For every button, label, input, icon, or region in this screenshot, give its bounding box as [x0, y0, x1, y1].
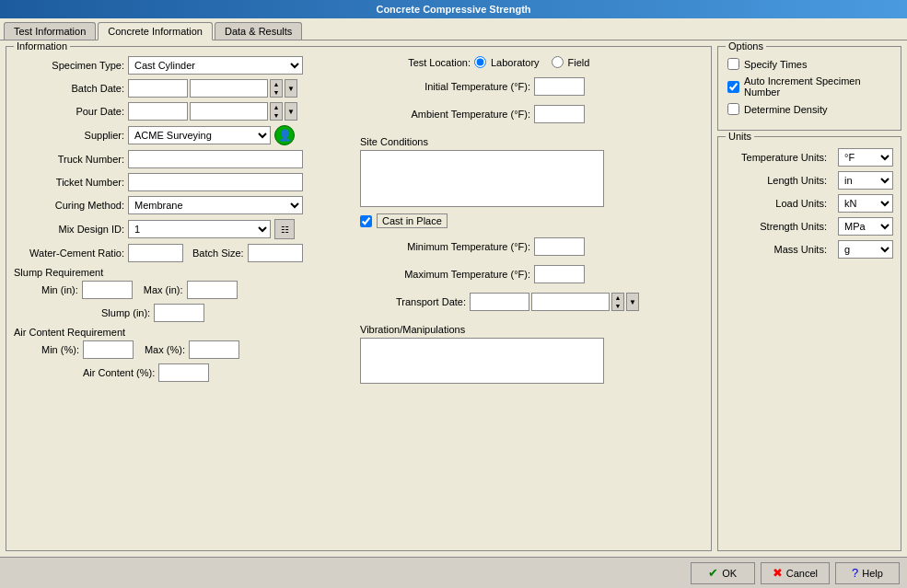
batch-date-spinner[interactable]: ▲ ▼ [270, 79, 283, 98]
pour-date-dropdown[interactable]: ▼ [285, 102, 297, 121]
help-icon: ? [852, 566, 858, 580]
wcr-row: Water-Cement Ratio: 0.31 Batch Size: 1 [14, 244, 355, 262]
wcr-input[interactable]: 0.31 [128, 244, 183, 262]
mix-design-select[interactable]: 1 [128, 220, 271, 238]
curing-method-row: Curing Method: Membrane [14, 196, 355, 214]
auto-increment-row: Auto Increment Specimen Number [727, 75, 891, 98]
strength-units-select[interactable]: MPa psi [838, 217, 893, 236]
batch-date-dropdown[interactable]: ▼ [285, 79, 297, 98]
specimen-type-select[interactable]: Cast Cylinder [128, 56, 303, 75]
length-units-select[interactable]: in mm cm [838, 171, 893, 190]
pour-date-input[interactable]: 3/ 5/2018 [128, 102, 188, 121]
temperature-units-select[interactable]: °F °C [838, 148, 893, 167]
tab-concrete-information[interactable]: Concrete Information [98, 22, 213, 40]
ambient-temp-input[interactable]: 80 [534, 105, 585, 123]
bottom-bar: ✔ OK ✖ Cancel ? Help [0, 557, 907, 588]
air-content-section: Air Content Requirement Min (%): 7.5 Max… [14, 327, 355, 382]
min-temp-label: Minimum Temperature (°F): [360, 241, 530, 252]
pour-time-input[interactable]: 10:11:54 AM [190, 102, 268, 121]
transport-date-input[interactable]: 7/19/2017 [470, 293, 529, 311]
supplier-row: Supplier: ACME Surveying 👤 [14, 125, 355, 145]
batch-date-input[interactable]: 3/ 5/2018 [128, 79, 188, 98]
vibration-textarea[interactable] [360, 338, 604, 384]
transport-date-dropdown[interactable]: ▼ [626, 293, 639, 311]
max-temp-input[interactable]: 0 [534, 265, 585, 283]
air-content-pct-input[interactable]: 0 [158, 363, 209, 382]
temperature-units-label: Temperature Units: [726, 152, 827, 163]
initial-temp-input[interactable]: 80 [534, 77, 585, 96]
air-max-input[interactable]: 8.5 [189, 340, 239, 359]
auto-increment-checkbox[interactable] [727, 81, 739, 93]
pour-date-up[interactable]: ▲ [271, 103, 282, 111]
cast-in-place-row: Cast in Place [360, 213, 704, 228]
field-label: Field [568, 57, 590, 68]
field-radio[interactable] [552, 56, 564, 68]
pour-date-row: Pour Date: 3/ 5/2018 10:11:54 AM ▲ ▼ ▼ [14, 102, 355, 121]
transport-date-label: Transport Date: [360, 296, 466, 307]
load-units-select[interactable]: kN lbf [838, 194, 893, 213]
initial-temp-row: Initial Temperature (°F): 80 [360, 77, 704, 96]
left-form: Specimen Type: Cast Cylinder Batch Date:… [14, 56, 355, 386]
slump-in-input[interactable]: 0 [154, 304, 204, 322]
options-box: Options Specify Times Auto Increment Spe… [717, 46, 901, 131]
laboratory-radio[interactable] [474, 56, 486, 68]
slump-req-label: Slump Requirement [14, 267, 355, 278]
supplier-select[interactable]: ACME Surveying [128, 126, 271, 144]
mass-units-label: Mass Units: [726, 244, 827, 255]
main-content: Information Specimen Type: Cast Cylinder [0, 40, 907, 557]
min-temp-input[interactable]: 0 [534, 237, 585, 256]
load-units-label: Load Units: [726, 198, 827, 209]
air-content-pct-label: Air Content (%): [83, 367, 155, 378]
tab-test-information[interactable]: Test Information [4, 22, 96, 40]
curing-method-label: Curing Method: [14, 200, 124, 211]
slump-max-label: Max (in): [144, 284, 183, 295]
cast-in-place-checkbox[interactable] [360, 215, 372, 227]
slump-max-input[interactable]: 3.74 [187, 281, 238, 299]
ticket-number-input[interactable]: 124 [128, 173, 303, 191]
transport-date-down[interactable]: ▼ [612, 302, 623, 310]
help-button[interactable]: ? Help [835, 562, 900, 584]
site-conditions-textarea[interactable] [360, 150, 604, 207]
mix-design-row: Mix Design ID: 1 ☷ [14, 219, 355, 239]
options-label: Options [726, 40, 766, 52]
mix-design-grid-button[interactable]: ☷ [274, 219, 295, 239]
temperature-units-row: Temperature Units: °F °C [726, 148, 893, 167]
pour-date-spinner[interactable]: ▲ ▼ [270, 102, 283, 121]
supplier-add-button[interactable]: 👤 [274, 125, 295, 145]
batch-size-input[interactable]: 1 [248, 244, 303, 262]
pour-date-down[interactable]: ▼ [271, 111, 282, 120]
transport-time-input[interactable]: 4:56:23 PM [531, 293, 610, 311]
air-min-label: Min (%): [41, 344, 79, 355]
cancel-button[interactable]: ✖ Cancel [761, 562, 830, 584]
batch-time-input[interactable]: 10:11:54 AM [190, 79, 268, 98]
main-left-layout: Specimen Type: Cast Cylinder Batch Date:… [14, 56, 704, 386]
mass-units-row: Mass Units: g kg lb [726, 240, 893, 259]
air-max-label: Max (%): [145, 344, 185, 355]
transport-date-spinner[interactable]: ▲ ▼ [611, 293, 624, 311]
mass-units-select[interactable]: g kg lb [838, 240, 893, 259]
curing-method-select[interactable]: Membrane [128, 196, 303, 214]
length-units-row: Length Units: in mm cm [726, 171, 893, 190]
information-group: Information Specimen Type: Cast Cylinder [6, 46, 712, 551]
pour-date-label: Pour Date: [14, 106, 124, 117]
determine-density-label: Determine Density [744, 104, 827, 115]
specimen-type-label: Specimen Type: [14, 60, 124, 71]
determine-density-row: Determine Density [727, 103, 891, 115]
air-content-pct-row: Air Content (%): 0 [14, 363, 355, 382]
load-units-row: Load Units: kN lbf [726, 194, 893, 213]
specify-times-checkbox[interactable] [727, 58, 739, 70]
ok-button[interactable]: ✔ OK [691, 562, 755, 584]
slump-min-input[interactable]: 2.17 [82, 281, 133, 299]
batch-date-down[interactable]: ▼ [271, 88, 282, 97]
specify-times-row: Specify Times [727, 58, 891, 70]
determine-density-checkbox[interactable] [727, 103, 739, 115]
air-min-input[interactable]: 7.5 [83, 340, 134, 359]
air-minmax-row: Min (%): 7.5 Max (%): 8.5 [14, 340, 355, 359]
truck-number-input[interactable]: 12 [128, 150, 303, 168]
ticket-number-label: Ticket Number: [14, 177, 124, 188]
cancel-label: Cancel [786, 568, 818, 579]
batch-date-up[interactable]: ▲ [271, 80, 282, 88]
transport-date-up[interactable]: ▲ [612, 294, 623, 302]
cast-in-place-label: Cast in Place [377, 213, 448, 228]
tab-data-results[interactable]: Data & Results [215, 22, 302, 40]
